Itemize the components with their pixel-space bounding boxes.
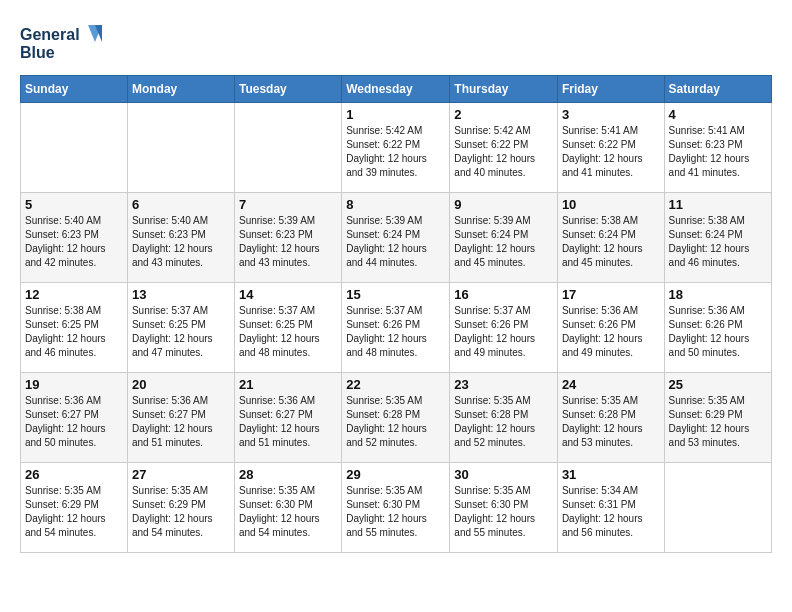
calendar-cell: 27Sunrise: 5:35 AM Sunset: 6:29 PM Dayli… [127, 463, 234, 553]
day-number: 15 [346, 287, 445, 302]
day-number: 14 [239, 287, 337, 302]
day-info: Sunrise: 5:35 AM Sunset: 6:29 PM Dayligh… [25, 484, 123, 540]
calendar-cell: 24Sunrise: 5:35 AM Sunset: 6:28 PM Dayli… [557, 373, 664, 463]
day-number: 9 [454, 197, 553, 212]
calendar-cell: 12Sunrise: 5:38 AM Sunset: 6:25 PM Dayli… [21, 283, 128, 373]
day-info: Sunrise: 5:35 AM Sunset: 6:29 PM Dayligh… [669, 394, 767, 450]
day-number: 6 [132, 197, 230, 212]
page-container: GeneralBlue SundayMondayTuesdayWednesday… [20, 20, 772, 553]
day-number: 2 [454, 107, 553, 122]
calendar-cell: 16Sunrise: 5:37 AM Sunset: 6:26 PM Dayli… [450, 283, 558, 373]
day-info: Sunrise: 5:40 AM Sunset: 6:23 PM Dayligh… [132, 214, 230, 270]
day-number: 17 [562, 287, 660, 302]
day-info: Sunrise: 5:38 AM Sunset: 6:25 PM Dayligh… [25, 304, 123, 360]
day-number: 8 [346, 197, 445, 212]
calendar-cell: 9Sunrise: 5:39 AM Sunset: 6:24 PM Daylig… [450, 193, 558, 283]
day-info: Sunrise: 5:36 AM Sunset: 6:26 PM Dayligh… [669, 304, 767, 360]
day-number: 19 [25, 377, 123, 392]
day-number: 23 [454, 377, 553, 392]
calendar-week-row: 1Sunrise: 5:42 AM Sunset: 6:22 PM Daylig… [21, 103, 772, 193]
day-info: Sunrise: 5:36 AM Sunset: 6:27 PM Dayligh… [132, 394, 230, 450]
weekday-header-sunday: Sunday [21, 76, 128, 103]
calendar-cell [235, 103, 342, 193]
day-number: 3 [562, 107, 660, 122]
calendar-cell: 14Sunrise: 5:37 AM Sunset: 6:25 PM Dayli… [235, 283, 342, 373]
calendar-week-row: 19Sunrise: 5:36 AM Sunset: 6:27 PM Dayli… [21, 373, 772, 463]
calendar-cell: 5Sunrise: 5:40 AM Sunset: 6:23 PM Daylig… [21, 193, 128, 283]
weekday-header-row: SundayMondayTuesdayWednesdayThursdayFrid… [21, 76, 772, 103]
day-info: Sunrise: 5:35 AM Sunset: 6:30 PM Dayligh… [454, 484, 553, 540]
day-info: Sunrise: 5:37 AM Sunset: 6:25 PM Dayligh… [132, 304, 230, 360]
day-info: Sunrise: 5:42 AM Sunset: 6:22 PM Dayligh… [454, 124, 553, 180]
day-number: 21 [239, 377, 337, 392]
day-number: 22 [346, 377, 445, 392]
svg-text:Blue: Blue [20, 44, 55, 61]
day-info: Sunrise: 5:37 AM Sunset: 6:25 PM Dayligh… [239, 304, 337, 360]
calendar-cell: 2Sunrise: 5:42 AM Sunset: 6:22 PM Daylig… [450, 103, 558, 193]
day-number: 27 [132, 467, 230, 482]
day-number: 4 [669, 107, 767, 122]
weekday-header-tuesday: Tuesday [235, 76, 342, 103]
calendar-cell: 30Sunrise: 5:35 AM Sunset: 6:30 PM Dayli… [450, 463, 558, 553]
day-info: Sunrise: 5:38 AM Sunset: 6:24 PM Dayligh… [669, 214, 767, 270]
calendar-cell: 15Sunrise: 5:37 AM Sunset: 6:26 PM Dayli… [342, 283, 450, 373]
day-info: Sunrise: 5:42 AM Sunset: 6:22 PM Dayligh… [346, 124, 445, 180]
calendar-cell: 29Sunrise: 5:35 AM Sunset: 6:30 PM Dayli… [342, 463, 450, 553]
calendar-cell: 28Sunrise: 5:35 AM Sunset: 6:30 PM Dayli… [235, 463, 342, 553]
day-info: Sunrise: 5:38 AM Sunset: 6:24 PM Dayligh… [562, 214, 660, 270]
day-info: Sunrise: 5:35 AM Sunset: 6:30 PM Dayligh… [346, 484, 445, 540]
day-number: 18 [669, 287, 767, 302]
calendar-table: SundayMondayTuesdayWednesdayThursdayFrid… [20, 75, 772, 553]
calendar-cell: 4Sunrise: 5:41 AM Sunset: 6:23 PM Daylig… [664, 103, 771, 193]
day-info: Sunrise: 5:35 AM Sunset: 6:30 PM Dayligh… [239, 484, 337, 540]
day-number: 16 [454, 287, 553, 302]
weekday-header-monday: Monday [127, 76, 234, 103]
day-info: Sunrise: 5:39 AM Sunset: 6:23 PM Dayligh… [239, 214, 337, 270]
calendar-week-row: 26Sunrise: 5:35 AM Sunset: 6:29 PM Dayli… [21, 463, 772, 553]
day-info: Sunrise: 5:36 AM Sunset: 6:27 PM Dayligh… [25, 394, 123, 450]
header: GeneralBlue [20, 20, 772, 65]
calendar-cell: 21Sunrise: 5:36 AM Sunset: 6:27 PM Dayli… [235, 373, 342, 463]
calendar-cell: 17Sunrise: 5:36 AM Sunset: 6:26 PM Dayli… [557, 283, 664, 373]
day-number: 20 [132, 377, 230, 392]
calendar-cell: 19Sunrise: 5:36 AM Sunset: 6:27 PM Dayli… [21, 373, 128, 463]
day-number: 30 [454, 467, 553, 482]
calendar-cell: 11Sunrise: 5:38 AM Sunset: 6:24 PM Dayli… [664, 193, 771, 283]
day-number: 31 [562, 467, 660, 482]
calendar-cell: 10Sunrise: 5:38 AM Sunset: 6:24 PM Dayli… [557, 193, 664, 283]
day-info: Sunrise: 5:36 AM Sunset: 6:26 PM Dayligh… [562, 304, 660, 360]
day-info: Sunrise: 5:39 AM Sunset: 6:24 PM Dayligh… [346, 214, 445, 270]
calendar-cell [664, 463, 771, 553]
calendar-cell: 22Sunrise: 5:35 AM Sunset: 6:28 PM Dayli… [342, 373, 450, 463]
calendar-cell: 31Sunrise: 5:34 AM Sunset: 6:31 PM Dayli… [557, 463, 664, 553]
logo: GeneralBlue [20, 20, 110, 65]
day-number: 7 [239, 197, 337, 212]
day-number: 29 [346, 467, 445, 482]
calendar-cell [21, 103, 128, 193]
day-info: Sunrise: 5:39 AM Sunset: 6:24 PM Dayligh… [454, 214, 553, 270]
calendar-week-row: 5Sunrise: 5:40 AM Sunset: 6:23 PM Daylig… [21, 193, 772, 283]
day-number: 12 [25, 287, 123, 302]
calendar-cell: 23Sunrise: 5:35 AM Sunset: 6:28 PM Dayli… [450, 373, 558, 463]
day-info: Sunrise: 5:34 AM Sunset: 6:31 PM Dayligh… [562, 484, 660, 540]
calendar-cell: 26Sunrise: 5:35 AM Sunset: 6:29 PM Dayli… [21, 463, 128, 553]
day-number: 13 [132, 287, 230, 302]
day-info: Sunrise: 5:36 AM Sunset: 6:27 PM Dayligh… [239, 394, 337, 450]
calendar-cell [127, 103, 234, 193]
day-info: Sunrise: 5:41 AM Sunset: 6:22 PM Dayligh… [562, 124, 660, 180]
calendar-cell: 8Sunrise: 5:39 AM Sunset: 6:24 PM Daylig… [342, 193, 450, 283]
day-info: Sunrise: 5:40 AM Sunset: 6:23 PM Dayligh… [25, 214, 123, 270]
calendar-cell: 7Sunrise: 5:39 AM Sunset: 6:23 PM Daylig… [235, 193, 342, 283]
day-number: 26 [25, 467, 123, 482]
weekday-header-friday: Friday [557, 76, 664, 103]
calendar-week-row: 12Sunrise: 5:38 AM Sunset: 6:25 PM Dayli… [21, 283, 772, 373]
weekday-header-saturday: Saturday [664, 76, 771, 103]
day-number: 25 [669, 377, 767, 392]
day-info: Sunrise: 5:37 AM Sunset: 6:26 PM Dayligh… [346, 304, 445, 360]
calendar-cell: 1Sunrise: 5:42 AM Sunset: 6:22 PM Daylig… [342, 103, 450, 193]
weekday-header-thursday: Thursday [450, 76, 558, 103]
weekday-header-wednesday: Wednesday [342, 76, 450, 103]
day-info: Sunrise: 5:37 AM Sunset: 6:26 PM Dayligh… [454, 304, 553, 360]
day-number: 24 [562, 377, 660, 392]
day-info: Sunrise: 5:35 AM Sunset: 6:28 PM Dayligh… [562, 394, 660, 450]
